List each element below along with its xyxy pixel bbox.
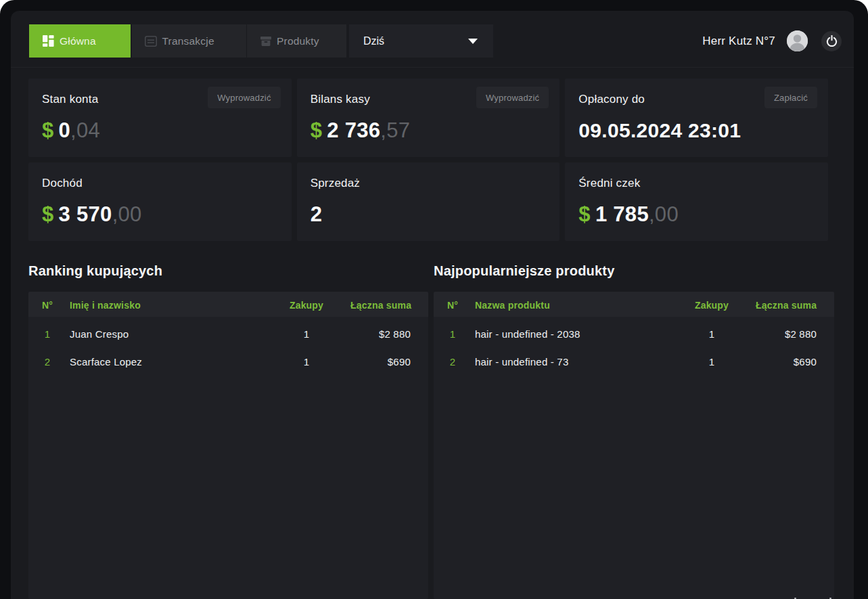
pay-button[interactable]: Zapłacić — [764, 87, 817, 108]
logout-button[interactable] — [821, 31, 842, 51]
card-stan-konta: Stan konta Wyprowadzić $0,04 — [28, 79, 292, 157]
power-icon — [826, 35, 838, 47]
user-name: Herr Kutz N°7 — [702, 35, 775, 48]
buyers-ranking: Ranking kupujących N° Imię i nazwisko Za… — [28, 241, 428, 599]
chevron-down-icon — [467, 35, 478, 47]
transactions-icon — [145, 36, 157, 47]
popular-products: Najpopularniejsze produkty N° Nazwa prod… — [434, 241, 834, 599]
nav-tabs: Główna Transakcje — [29, 24, 346, 58]
col-name: Nazwa produktu — [472, 300, 668, 311]
table-title: Najpopularniejsze produkty — [434, 263, 834, 278]
currency-sign: $ — [42, 118, 54, 142]
card-value: $0,04 — [42, 117, 281, 144]
withdraw-button[interactable]: Wyprowadzić — [476, 87, 549, 108]
card-sredni-czek: Średni czek $1 785,00 — [565, 162, 828, 241]
dashboard-icon — [43, 35, 54, 47]
app-window: Główna Transakcje — [11, 11, 854, 599]
currency-sign: $ — [311, 118, 323, 142]
card-oplacony-do: Opłacony do Zapłacić 09.05.2024 23:01 — [565, 79, 828, 157]
user-area: Herr Kutz N°7 — [702, 30, 842, 51]
card-dochod: Dochód $3 570,00 — [28, 162, 292, 241]
table-row: 2 hair - undefined - 73 1 $690 — [434, 348, 834, 376]
card-value: $2 736,57 — [311, 117, 549, 144]
tab-glowna-label: Główna — [60, 35, 96, 47]
period-select[interactable]: Dziś — [349, 24, 493, 58]
tab-glowna[interactable]: Główna — [29, 24, 131, 58]
col-sum: Łączna suma — [350, 300, 411, 311]
card-title: Średni czek — [578, 175, 817, 192]
table-row: 1 Juan Crespo 1 $2 880 — [28, 320, 428, 348]
top-navbar: Główna Transakcje — [11, 11, 854, 68]
card-title: Sprzedaż — [311, 175, 549, 192]
page-backdrop: Główna Transakcje — [0, 0, 868, 599]
products-icon — [260, 36, 271, 47]
currency-sign: $ — [42, 202, 54, 226]
card-sprzedaz: Sprzedaż 2 — [297, 162, 560, 241]
tab-produkty-label: Produkty — [277, 35, 319, 47]
table-row: 1 hair - undefined - 2038 1 $2 880 — [434, 320, 834, 348]
card-title: Dochód — [42, 175, 281, 192]
table-row: 2 Scarface Lopez 1 $690 — [28, 348, 428, 376]
col-name: Imię i nazwisko — [66, 300, 262, 311]
card-value: $1 785,00 — [578, 201, 817, 228]
col-qty: Zakupy — [262, 300, 350, 311]
tables-section: Ranking kupujących N° Imię i nazwisko Za… — [28, 241, 834, 599]
col-qty: Zakupy — [668, 300, 756, 311]
products-table: N° Nazwa produktu Zakupy Łączna suma 1 h… — [434, 292, 834, 599]
tab-transakcje[interactable]: Transakcje — [132, 24, 246, 58]
card-value: 2 — [311, 201, 549, 228]
col-sum: Łączna suma — [756, 300, 817, 311]
table-body: 1 hair - undefined - 2038 1 $2 880 2 hai… — [434, 317, 834, 376]
tab-transakcje-label: Transakcje — [162, 35, 214, 47]
card-value: 09.05.2024 23:01 — [578, 117, 817, 144]
tab-produkty[interactable]: Produkty — [247, 24, 346, 58]
buyers-table: N° Imię i nazwisko Zakupy Łączna suma 1 … — [28, 292, 428, 599]
user-avatar[interactable] — [787, 30, 808, 51]
card-bilans-kasy: Bilans kasy Wyprowadzić $2 736,57 — [297, 79, 560, 157]
table-body: 1 Juan Crespo 1 $2 880 2 Scarface Lopez … — [28, 317, 428, 376]
col-number: N° — [28, 300, 66, 311]
withdraw-button[interactable]: Wyprowadzić — [208, 87, 280, 108]
table-header-row: N° Nazwa produktu Zakupy Łączna suma — [434, 292, 834, 317]
col-number: N° — [434, 300, 472, 311]
table-title: Ranking kupujących — [28, 263, 428, 278]
currency-sign: $ — [578, 202, 591, 226]
period-select-value: Dziś — [363, 35, 384, 47]
table-header-row: N° Imię i nazwisko Zakupy Łączna suma — [28, 292, 428, 317]
stat-cards: Stan konta Wyprowadzić $0,04 Bilans kasy… — [28, 79, 828, 241]
card-value: $3 570,00 — [42, 201, 281, 228]
